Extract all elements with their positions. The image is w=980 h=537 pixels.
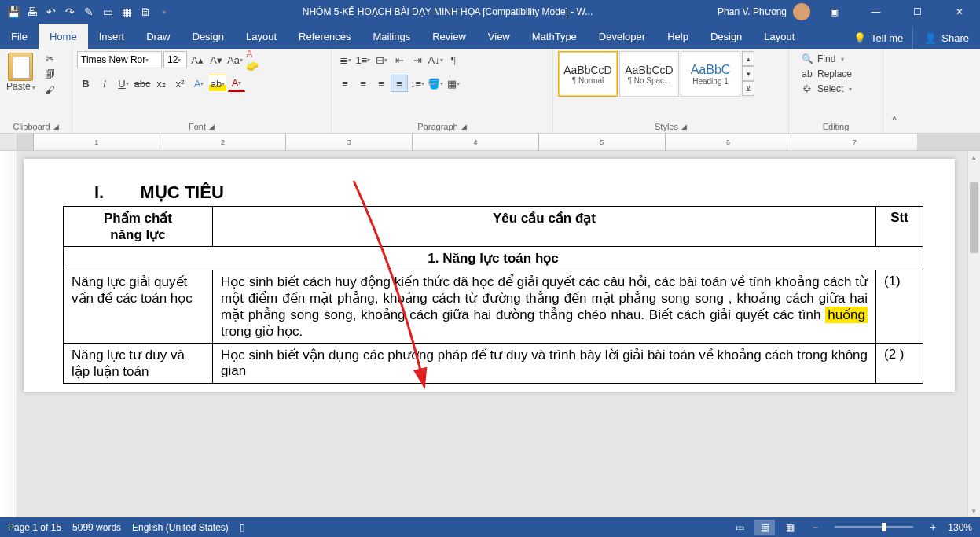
tab-insert[interactable]: Insert xyxy=(88,24,136,49)
save-icon[interactable]: 💾 xyxy=(6,5,20,19)
find-button[interactable]: 🔍Find▾ xyxy=(798,53,854,65)
status-language[interactable]: English (United States) xyxy=(132,522,229,533)
style-heading1[interactable]: AaBbC Heading 1 xyxy=(681,51,740,97)
status-page[interactable]: Page 1 of 15 xyxy=(8,522,61,533)
tab-developer[interactable]: Developer xyxy=(588,24,656,49)
zoom-handle[interactable] xyxy=(882,523,886,531)
grow-font-icon[interactable]: A▴ xyxy=(189,51,206,68)
shading-icon[interactable]: 🪣 xyxy=(427,75,444,92)
text-effects-icon[interactable]: A xyxy=(190,75,207,92)
highlight-icon[interactable]: ab xyxy=(209,75,226,92)
horizontal-ruler[interactable]: 1 2 3 4 5 6 7 xyxy=(0,134,980,151)
qat-customize-icon[interactable] xyxy=(157,5,171,19)
bold-button[interactable]: B xyxy=(77,75,94,92)
tab-home[interactable]: Home xyxy=(39,24,88,49)
select-button[interactable]: ⯐Select▾ xyxy=(798,83,854,95)
paragraph-launcher-icon[interactable]: ◢ xyxy=(461,123,467,131)
clipboard-launcher-icon[interactable]: ◢ xyxy=(53,123,59,131)
font-launcher-icon[interactable]: ◢ xyxy=(209,123,215,131)
styles-expand-icon[interactable]: ⊻ xyxy=(742,81,754,96)
tab-design[interactable]: Design xyxy=(182,24,235,49)
clear-formatting-icon[interactable]: A🧽 xyxy=(245,51,262,68)
paste-button[interactable]: Paste xyxy=(5,51,37,94)
align-left-icon[interactable]: ≡ xyxy=(336,75,354,92)
tab-table-design[interactable]: Design xyxy=(699,24,753,49)
line-spacing-icon[interactable]: ↕≡ xyxy=(409,75,426,92)
show-marks-icon[interactable]: ¶ xyxy=(445,51,462,68)
font-color-icon[interactable]: A xyxy=(228,75,245,92)
tab-table-layout[interactable]: Layout xyxy=(753,24,806,49)
avatar[interactable] xyxy=(793,3,810,20)
macro-recording-icon[interactable]: ▯ xyxy=(240,522,245,533)
borders-icon[interactable]: ▦ xyxy=(445,75,462,92)
styles-scroll-up-icon[interactable]: ▴ xyxy=(742,51,754,66)
styles-launcher-icon[interactable]: ◢ xyxy=(681,123,687,131)
format-painter-icon[interactable]: 🖌 xyxy=(43,83,57,97)
numbering-icon[interactable]: 1≡ xyxy=(354,51,372,68)
tab-file[interactable]: File xyxy=(0,24,39,49)
status-words[interactable]: 5099 words xyxy=(72,522,121,533)
font-name-input[interactable]: Times New Ror xyxy=(77,51,162,68)
scroll-down-icon[interactable]: ▾ xyxy=(968,505,980,517)
zoom-level[interactable]: 130% xyxy=(948,522,972,533)
read-mode-icon[interactable]: ▭ xyxy=(729,520,750,535)
redo-icon[interactable]: ↷ xyxy=(63,5,77,19)
zoom-in-icon[interactable]: + xyxy=(923,520,943,535)
subscript-button[interactable]: x₂ xyxy=(152,75,170,92)
user-name[interactable]: Phan V. Phương xyxy=(718,6,787,17)
minimize-icon[interactable]: — xyxy=(858,0,894,24)
style-normal[interactable]: AaBbCcD ¶ Normal xyxy=(558,51,618,97)
tab-references[interactable]: References xyxy=(288,24,362,49)
scrollbar-thumb[interactable] xyxy=(970,182,978,253)
tab-review[interactable]: Review xyxy=(421,24,477,49)
decrease-indent-icon[interactable]: ⇤ xyxy=(391,51,408,68)
change-case-icon[interactable]: Aa xyxy=(226,51,244,68)
replace-button[interactable]: abReplace xyxy=(798,68,854,80)
justify-icon[interactable]: ≡ xyxy=(391,75,408,92)
align-center-icon[interactable]: ≡ xyxy=(354,75,372,92)
close-icon[interactable]: ✕ xyxy=(941,0,977,24)
zoom-out-icon[interactable]: − xyxy=(805,520,825,535)
ribbon-display-options-icon[interactable]: ▣ xyxy=(817,0,852,24)
maximize-icon[interactable]: ☐ xyxy=(900,0,935,24)
copy-icon[interactable]: 🗐 xyxy=(43,67,57,81)
scroll-up-icon[interactable]: ▴ xyxy=(968,151,980,164)
cut-icon[interactable]: ✂ xyxy=(43,51,57,65)
tab-mailings[interactable]: Mailings xyxy=(362,24,422,49)
sort-icon[interactable]: A↓ xyxy=(427,51,444,68)
vertical-ruler[interactable] xyxy=(0,151,17,517)
qat-icon-8[interactable]: 🗎 xyxy=(138,5,152,19)
underline-button[interactable]: U xyxy=(115,75,132,92)
share-button[interactable]: 👤 Share xyxy=(912,28,980,49)
tab-view[interactable]: View xyxy=(477,24,521,49)
tab-help[interactable]: Help xyxy=(656,24,699,49)
document-content[interactable]: I. MỤC TIÊU Phẩm chất năng lực Yêu cầu c… xyxy=(63,182,923,384)
shrink-font-icon[interactable]: A▾ xyxy=(207,51,225,68)
qat-icon-7[interactable]: ▦ xyxy=(119,5,134,19)
quick-print-icon[interactable]: 🖶 xyxy=(25,5,39,19)
document-area[interactable]: I. MỤC TIÊU Phẩm chất năng lực Yêu cầu c… xyxy=(0,151,967,517)
multilevel-list-icon[interactable]: ⊟ xyxy=(373,51,390,68)
tab-layout[interactable]: Layout xyxy=(235,24,288,49)
tab-draw[interactable]: Draw xyxy=(135,24,181,49)
tab-mathtype[interactable]: MathType xyxy=(521,24,588,49)
styles-scroll-down-icon[interactable]: ▾ xyxy=(742,66,754,81)
collapse-ribbon-icon[interactable]: ˄ xyxy=(883,49,905,133)
page[interactable]: I. MỤC TIÊU Phẩm chất năng lực Yêu cầu c… xyxy=(24,159,955,392)
undo-icon[interactable]: ↶ xyxy=(44,5,58,19)
increase-indent-icon[interactable]: ⇥ xyxy=(409,51,426,68)
strikethrough-button[interactable]: abc xyxy=(134,75,151,92)
print-layout-icon[interactable]: ▤ xyxy=(754,520,775,535)
zoom-slider[interactable] xyxy=(835,526,913,528)
qat-icon-6[interactable]: ▭ xyxy=(101,5,115,19)
align-right-icon[interactable]: ≡ xyxy=(373,75,390,92)
style-no-spacing[interactable]: AaBbCcD ¶ No Spac... xyxy=(619,51,679,97)
vertical-scrollbar[interactable]: ▴ ▾ xyxy=(967,151,980,517)
superscript-button[interactable]: x² xyxy=(171,75,189,92)
bullets-icon[interactable]: ≣ xyxy=(336,51,354,68)
tell-me-search[interactable]: 💡 Tell me xyxy=(844,28,912,49)
web-layout-icon[interactable]: ▦ xyxy=(780,520,800,535)
font-size-input[interactable]: 12 xyxy=(163,51,187,68)
italic-button[interactable]: I xyxy=(96,75,113,92)
qat-icon-5[interactable]: ✎ xyxy=(82,5,96,19)
